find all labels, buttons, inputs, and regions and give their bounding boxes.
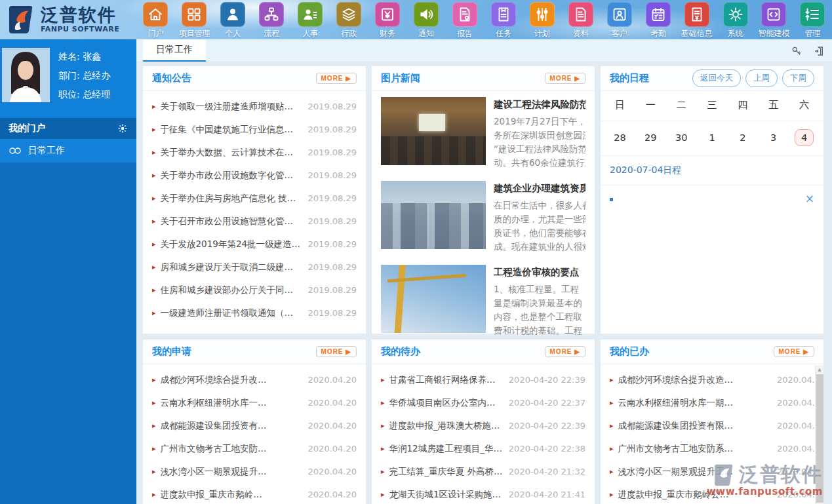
calendar-cell: 29: [635, 130, 666, 145]
list-item[interactable]: ▸成都能源建设集团投资有限…2020.04.20: [601, 414, 823, 437]
news-item[interactable]: 建设工程法律风险防范，建设2019年7月27日下午，土筑务所在深圳坂田创意园深圳…: [372, 91, 595, 175]
calendar-date-selected[interactable]: 4: [795, 129, 814, 146]
today-button[interactable]: 返回今天: [692, 69, 741, 87]
list-item[interactable]: ▸广州市文物考古工地安防…2020.04.20: [143, 437, 366, 460]
list-item[interactable]: ▸进度款申报_港珠澳大桥施…2020-04-20 22:39: [372, 414, 595, 437]
nav-item-4[interactable]: 流程: [252, 2, 291, 39]
item-date: 2020.04.20: [777, 490, 814, 499]
list-item[interactable]: ▸甘肃省工商银行网络保养项…2020-04-20 22:39: [372, 368, 595, 391]
nav-item-12[interactable]: 资料: [561, 2, 600, 39]
nav-item-8[interactable]: 通知: [407, 2, 446, 39]
item-title: 进度款申报_重庆市鹅岭…: [161, 489, 304, 501]
bullet-icon: ▸: [152, 467, 156, 476]
item-date: 2019.08.29: [308, 239, 357, 249]
tab-daily-work[interactable]: 日常工作: [143, 39, 206, 62]
nav-item-9[interactable]: 报告: [446, 2, 485, 39]
nav-item-13[interactable]: 客户: [600, 2, 639, 39]
more-button[interactable]: MORE ▶: [545, 73, 585, 84]
nav-item-3[interactable]: 个人: [214, 2, 252, 39]
gear-icon[interactable]: [117, 123, 128, 134]
nav-item-14[interactable]: 考勤: [639, 2, 677, 39]
layers-icon: [336, 2, 361, 27]
nav-item-18[interactable]: 管理: [793, 2, 832, 39]
list-item[interactable]: ▸浅水湾小区一期景观提升工…2020.04.20: [601, 460, 823, 483]
nav-item-7[interactable]: 财务: [368, 2, 407, 39]
list-item[interactable]: ▸云南水利枢纽潜明水库一期…2020.04.20: [601, 391, 823, 414]
item-date: 2019.08.29: [308, 308, 357, 318]
list-item[interactable]: ▸住房和城乡建设部办公厅关于同…2019.08.29: [143, 279, 366, 301]
nav-item-11[interactable]: 计划: [523, 2, 561, 39]
list-item[interactable]: ▸一级建造师注册证书领取通知（…2019.08.29: [143, 301, 366, 324]
news-line: 成。现在建筑业的人很难取: [494, 240, 585, 254]
list-item[interactable]: ▸房和城乡建设厅关于取消二级建…2019.08.29: [143, 256, 366, 279]
city-skyline-photo: [381, 181, 486, 249]
more-button[interactable]: MORE ▶: [774, 346, 814, 357]
exit-icon[interactable]: [814, 46, 824, 56]
next-week-button[interactable]: 下周: [782, 69, 814, 87]
sidebar: 姓名: 张鑫 部门: 总经办 职位: 总经理 我的门户 日常工作: [0, 39, 136, 504]
scrollbar-thumb[interactable]: [816, 374, 823, 503]
weekday-label: 六: [789, 99, 820, 111]
topbar: 泛普软件 FANPU SOFTWARE 门户项目管理个人流程人事行政财务通知报告…: [0, 0, 832, 39]
main-area: 日常工作 通知公告 MORE ▶ ▸关于领取一级注册建造师增项贴…2019.08…: [136, 39, 832, 504]
sidebar-item-daily-work[interactable]: 日常工作: [0, 139, 136, 163]
list-item[interactable]: ▸关于举办市政公用设施数字化管…2019.08.29: [143, 164, 366, 187]
bullet-icon: ▸: [152, 421, 156, 430]
list-item[interactable]: ▸广州市文物考古工地安防系…2020.04.20: [601, 437, 823, 460]
calendar-date[interactable]: 29: [639, 130, 662, 145]
list-item[interactable]: ▸关于召开市政公用设施智慧化管…2019.08.29: [143, 210, 366, 233]
calendar-date[interactable]: 3: [764, 130, 782, 145]
panel-applications: 我的申请 MORE ▶ ▸成都沙河环境综合提升改…2020.04.20▸云南水利…: [143, 339, 366, 504]
more-button[interactable]: MORE ▶: [545, 346, 585, 357]
item-date: 2019.08.29: [308, 147, 357, 157]
scroll-up-icon[interactable]: ▲: [816, 365, 823, 374]
list-item[interactable]: ▸关于举办大数据、云计算技术在…2019.08.29: [143, 141, 366, 164]
close-icon[interactable]: ×: [805, 193, 814, 204]
list-item[interactable]: ▸浅水湾小区一期景观提升…2020.04.20: [143, 460, 366, 483]
list-item[interactable]: ▸关于领取一级注册建造师增项贴…2019.08.29: [143, 95, 366, 118]
nav-item-10[interactable]: 任务: [484, 2, 523, 39]
nav-item-2[interactable]: 项目管理: [175, 2, 214, 39]
user-card: 姓名: 张鑫 部门: 总经办 职位: 总经理: [0, 39, 136, 118]
task-doc-icon: [491, 2, 516, 27]
nav-item-6[interactable]: 行政: [330, 2, 368, 39]
calendar-date[interactable]: 28: [608, 130, 631, 145]
nav-item-label: 项目管理: [175, 28, 214, 39]
calendar-date[interactable]: 1: [703, 130, 721, 145]
sidebar-empty-area: [0, 163, 136, 504]
news-text: 建筑企业办理建筑资质需要在日常生活中，很多人都质的办理，尤其是一些部门质证书，他…: [494, 181, 585, 254]
nav-item-5[interactable]: 人事: [291, 2, 330, 39]
list-item[interactable]: ▸关于发放2019年第24批一级建造…2019.08.29: [143, 233, 366, 256]
calendar-date[interactable]: 30: [669, 130, 693, 145]
nav-item-15[interactable]: 基础信息: [677, 2, 716, 39]
bullet-icon: ▸: [152, 102, 156, 111]
prev-week-button[interactable]: 上周: [745, 69, 778, 87]
list-item[interactable]: ▸云南水利枢纽潜明水库一…2020.04.20: [143, 391, 366, 414]
news-item[interactable]: 建筑企业办理建筑资质需要在日常生活中，很多人都质的办理，尤其是一些部门质证书，他…: [372, 175, 595, 259]
more-button[interactable]: MORE ▶: [316, 73, 357, 84]
key-icon[interactable]: [791, 46, 802, 56]
list-item[interactable]: ▸关于举办住房与房地产信息化 技…2019.08.29: [143, 187, 366, 210]
list-item[interactable]: ▸成都能源建设集团投资有…2020.04.20: [143, 414, 366, 437]
list-item[interactable]: ▸成都沙河环境综合提升改…2020.04.20: [143, 368, 366, 391]
list-item[interactable]: ▸成都沙河环境综合提升改造…2020.04.20: [601, 368, 823, 391]
list-item[interactable]: ▸进度款申报_重庆市鹅岭…2020.04.20: [143, 483, 366, 504]
nav-item-17[interactable]: 智能建模: [755, 2, 793, 39]
calendar-date[interactable]: 2: [734, 130, 751, 145]
list-item[interactable]: ▸华侨城项目南区办公室内装…2020-04-20 22:37: [372, 391, 595, 414]
list-item[interactable]: ▸完工结算_重庆华夏 外高桥…2020-04-20 21:32: [372, 460, 595, 483]
list-item[interactable]: ▸进度款申报_重庆市鹅岭公…2020.04.20: [601, 483, 823, 504]
panel-title: 我的日程: [610, 72, 649, 85]
bullet-icon: ▸: [381, 421, 385, 430]
list-item[interactable]: ▸于征集《中国建筑施工行业信息…2019.08.29: [143, 118, 366, 141]
nav-item-16[interactable]: 系统: [716, 2, 755, 39]
news-item[interactable]: 工程造价审核的要点1、核准工程量。工程量是编制决算最基本的内容，也是整个工程取费…: [372, 259, 595, 343]
scrollbar[interactable]: ▲: [815, 365, 823, 504]
more-button[interactable]: MORE ▶: [316, 346, 357, 357]
nav-item-1[interactable]: 门户: [136, 2, 175, 39]
bullet-icon: ▸: [152, 194, 156, 203]
list-item[interactable]: ▸华润12城房建工程项目_华…2020-04-20 22:38: [372, 437, 595, 460]
item-date: 2020-04-20 21:41: [509, 490, 585, 499]
item-date: 2020.04.20: [777, 421, 814, 431]
list-item[interactable]: ▸龙湖天街城1区设计采购施…2020-04-20 21:41: [372, 483, 595, 504]
